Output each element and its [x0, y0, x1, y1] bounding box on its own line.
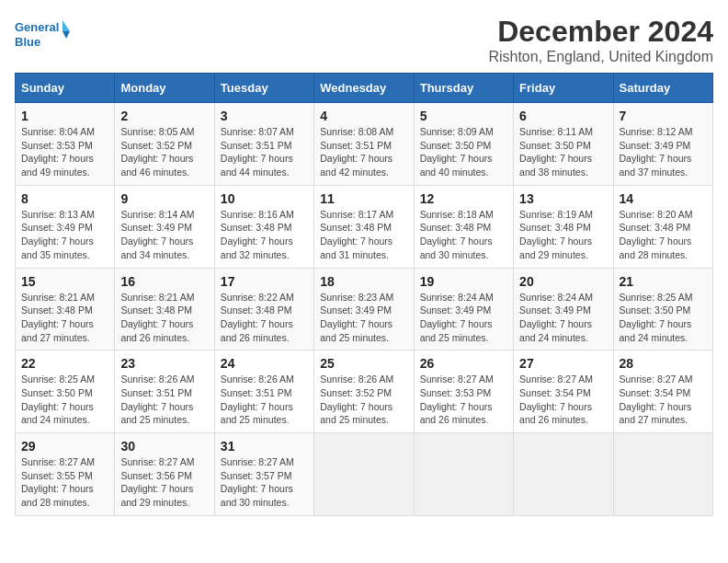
day-cell: 7Sunrise: 8:12 AM Sunset: 3:49 PM Daylig… — [613, 103, 712, 186]
week-row-5: 29Sunrise: 8:27 AM Sunset: 3:55 PM Dayli… — [16, 433, 713, 516]
svg-marker-2 — [63, 20, 70, 31]
logo: General Blue — [15, 15, 70, 55]
day-cell: 8Sunrise: 8:13 AM Sunset: 3:49 PM Daylig… — [16, 185, 115, 268]
day-number: 17 — [221, 274, 308, 289]
day-cell: 4Sunrise: 8:08 AM Sunset: 3:51 PM Daylig… — [314, 103, 414, 186]
day-info: Sunrise: 8:12 AM Sunset: 3:49 PM Dayligh… — [620, 125, 707, 179]
header-cell-saturday: Saturday — [613, 74, 712, 103]
day-number: 28 — [620, 356, 707, 371]
header-cell-tuesday: Tuesday — [214, 74, 313, 103]
day-number: 26 — [420, 356, 507, 371]
main-title: December 2024 — [488, 15, 713, 49]
day-number: 25 — [320, 356, 407, 371]
week-row-3: 15Sunrise: 8:21 AM Sunset: 3:48 PM Dayli… — [16, 268, 713, 350]
day-info: Sunrise: 8:21 AM Sunset: 3:48 PM Dayligh… — [120, 291, 208, 345]
day-number: 4 — [320, 109, 407, 123]
week-row-1: 1Sunrise: 8:04 AM Sunset: 3:53 PM Daylig… — [16, 103, 713, 186]
day-number: 12 — [420, 191, 507, 206]
day-cell: 28Sunrise: 8:27 AM Sunset: 3:54 PM Dayli… — [613, 350, 712, 433]
day-number: 30 — [120, 439, 208, 454]
day-info: Sunrise: 8:24 AM Sunset: 3:49 PM Dayligh… — [420, 291, 507, 345]
day-info: Sunrise: 8:23 AM Sunset: 3:49 PM Dayligh… — [320, 291, 407, 345]
day-info: Sunrise: 8:13 AM Sunset: 3:49 PM Dayligh… — [21, 208, 108, 262]
header-cell-monday: Monday — [115, 74, 214, 103]
day-cell: 21Sunrise: 8:25 AM Sunset: 3:50 PM Dayli… — [613, 268, 712, 350]
day-number: 6 — [519, 109, 607, 123]
day-info: Sunrise: 8:07 AM Sunset: 3:51 PM Dayligh… — [221, 125, 308, 179]
header-cell-friday: Friday — [514, 74, 613, 103]
day-cell: 22Sunrise: 8:25 AM Sunset: 3:50 PM Dayli… — [16, 350, 115, 433]
day-number: 24 — [221, 356, 308, 371]
day-info: Sunrise: 8:27 AM Sunset: 3:55 PM Dayligh… — [21, 455, 108, 510]
day-info: Sunrise: 8:26 AM Sunset: 3:52 PM Dayligh… — [320, 373, 407, 427]
day-cell: 2Sunrise: 8:05 AM Sunset: 3:52 PM Daylig… — [115, 103, 214, 186]
day-info: Sunrise: 8:26 AM Sunset: 3:51 PM Dayligh… — [120, 373, 208, 427]
day-number: 21 — [620, 274, 707, 289]
day-cell: 30Sunrise: 8:27 AM Sunset: 3:56 PM Dayli… — [115, 433, 214, 516]
day-info: Sunrise: 8:08 AM Sunset: 3:51 PM Dayligh… — [320, 125, 407, 179]
day-info: Sunrise: 8:22 AM Sunset: 3:48 PM Dayligh… — [221, 291, 308, 345]
day-number: 9 — [120, 191, 208, 206]
day-info: Sunrise: 8:25 AM Sunset: 3:50 PM Dayligh… — [620, 291, 707, 345]
week-row-2: 8Sunrise: 8:13 AM Sunset: 3:49 PM Daylig… — [16, 185, 713, 268]
logo-svg: General Blue — [15, 15, 70, 55]
day-cell: 26Sunrise: 8:27 AM Sunset: 3:53 PM Dayli… — [414, 350, 513, 433]
header-cell-thursday: Thursday — [414, 74, 513, 103]
day-number: 15 — [21, 274, 108, 289]
day-cell: 12Sunrise: 8:18 AM Sunset: 3:48 PM Dayli… — [414, 185, 513, 268]
day-cell: 23Sunrise: 8:26 AM Sunset: 3:51 PM Dayli… — [115, 350, 214, 433]
day-number: 20 — [519, 274, 607, 289]
day-cell: 24Sunrise: 8:26 AM Sunset: 3:51 PM Dayli… — [214, 350, 313, 433]
day-cell: 5Sunrise: 8:09 AM Sunset: 3:50 PM Daylig… — [414, 103, 513, 186]
svg-text:General: General — [15, 20, 59, 34]
day-number: 23 — [120, 356, 208, 371]
day-info: Sunrise: 8:16 AM Sunset: 3:48 PM Dayligh… — [221, 208, 308, 262]
day-number: 13 — [519, 191, 607, 206]
day-number: 1 — [21, 109, 108, 123]
day-info: Sunrise: 8:26 AM Sunset: 3:51 PM Dayligh… — [221, 373, 308, 427]
calendar-table: SundayMondayTuesdayWednesdayThursdayFrid… — [15, 73, 713, 516]
day-number: 10 — [221, 191, 308, 206]
subtitle: Rishton, England, United Kingdom — [488, 49, 713, 65]
day-info: Sunrise: 8:05 AM Sunset: 3:52 PM Dayligh… — [120, 125, 208, 179]
day-info: Sunrise: 8:09 AM Sunset: 3:50 PM Dayligh… — [420, 125, 507, 179]
day-cell: 25Sunrise: 8:26 AM Sunset: 3:52 PM Dayli… — [314, 350, 414, 433]
day-number: 18 — [320, 274, 407, 289]
day-number: 29 — [21, 439, 108, 454]
day-cell: 27Sunrise: 8:27 AM Sunset: 3:54 PM Dayli… — [514, 350, 613, 433]
day-number: 16 — [120, 274, 208, 289]
day-info: Sunrise: 8:27 AM Sunset: 3:53 PM Dayligh… — [420, 373, 507, 427]
day-cell: 29Sunrise: 8:27 AM Sunset: 3:55 PM Dayli… — [16, 433, 115, 516]
day-info: Sunrise: 8:27 AM Sunset: 3:56 PM Dayligh… — [120, 455, 208, 510]
day-cell — [414, 433, 513, 516]
day-cell: 13Sunrise: 8:19 AM Sunset: 3:48 PM Dayli… — [514, 185, 613, 268]
day-cell: 6Sunrise: 8:11 AM Sunset: 3:50 PM Daylig… — [514, 103, 613, 186]
day-cell — [514, 433, 613, 516]
header: General Blue December 2024 Rishton, Engl… — [15, 15, 713, 65]
day-cell: 31Sunrise: 8:27 AM Sunset: 3:57 PM Dayli… — [214, 433, 313, 516]
day-number: 8 — [21, 191, 108, 206]
header-row: SundayMondayTuesdayWednesdayThursdayFrid… — [16, 74, 713, 103]
day-number: 14 — [620, 191, 707, 206]
day-cell: 14Sunrise: 8:20 AM Sunset: 3:48 PM Dayli… — [613, 185, 712, 268]
day-info: Sunrise: 8:04 AM Sunset: 3:53 PM Dayligh… — [21, 125, 108, 179]
day-info: Sunrise: 8:20 AM Sunset: 3:48 PM Dayligh… — [620, 208, 707, 262]
day-info: Sunrise: 8:27 AM Sunset: 3:54 PM Dayligh… — [519, 373, 607, 427]
day-info: Sunrise: 8:24 AM Sunset: 3:49 PM Dayligh… — [519, 291, 607, 345]
day-info: Sunrise: 8:17 AM Sunset: 3:48 PM Dayligh… — [320, 208, 407, 262]
day-number: 2 — [120, 109, 208, 123]
day-cell: 19Sunrise: 8:24 AM Sunset: 3:49 PM Dayli… — [414, 268, 513, 350]
day-cell: 9Sunrise: 8:14 AM Sunset: 3:49 PM Daylig… — [115, 185, 214, 268]
day-number: 19 — [420, 274, 507, 289]
day-info: Sunrise: 8:19 AM Sunset: 3:48 PM Dayligh… — [519, 208, 607, 262]
week-row-4: 22Sunrise: 8:25 AM Sunset: 3:50 PM Dayli… — [16, 350, 713, 433]
day-number: 5 — [420, 109, 507, 123]
day-cell: 3Sunrise: 8:07 AM Sunset: 3:51 PM Daylig… — [214, 103, 313, 186]
day-cell: 10Sunrise: 8:16 AM Sunset: 3:48 PM Dayli… — [214, 185, 313, 268]
svg-text:Blue: Blue — [15, 35, 40, 49]
day-cell — [314, 433, 414, 516]
day-cell: 16Sunrise: 8:21 AM Sunset: 3:48 PM Dayli… — [115, 268, 214, 350]
day-number: 7 — [620, 109, 707, 123]
day-cell — [613, 433, 712, 516]
day-cell: 17Sunrise: 8:22 AM Sunset: 3:48 PM Dayli… — [214, 268, 313, 350]
